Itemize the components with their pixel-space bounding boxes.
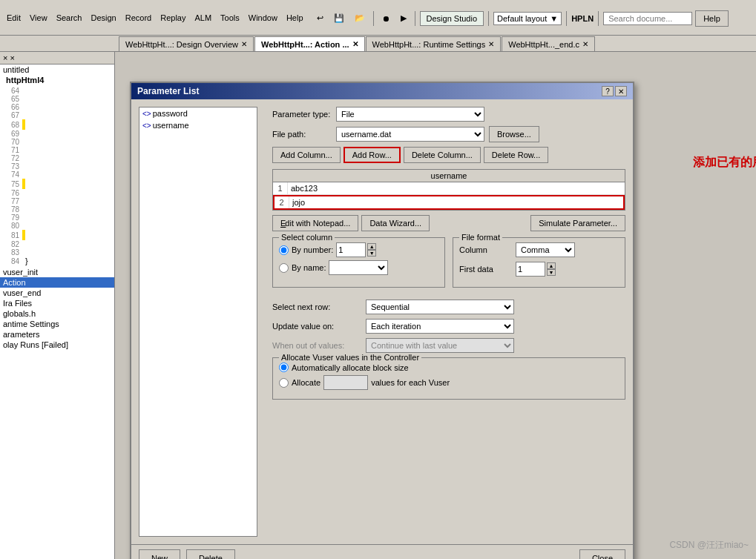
by-number-row: By number: ▲ ▼ [279,242,438,257]
tab-close-0[interactable]: ✕ [241,40,247,48]
dialog-close-btn[interactable]: ✕ [615,86,627,96]
select-next-row-select[interactable]: Sequential [366,300,514,314]
when-out-label: When out of values: [272,341,361,350]
new-btn[interactable]: New [139,549,180,559]
layout-dropdown[interactable]: Default layout ▼ [493,12,562,25]
menu-replay[interactable]: Replay [157,11,189,24]
separator-3 [488,11,489,26]
close-btn[interactable]: Close [579,549,625,559]
file-path-select[interactable]: username.dat [336,127,484,142]
toolbar-open[interactable]: 📂 [351,11,369,25]
menu-help[interactable]: Help [283,11,307,24]
sidebar-item-vuser-init[interactable]: vuser_init [0,267,114,277]
watermark: CSDN @汪汪miao~ [669,539,749,552]
by-name-label: By name: [292,263,326,272]
edit-notepad-btn[interactable]: Edit with Notepad... [272,215,358,231]
menu-design[interactable]: Design [87,11,119,24]
annotation: 添加已有的用户名 [693,155,756,171]
param-item-password[interactable]: <> password [139,108,257,119]
content-area: Parameter List ? ✕ <> password <> [115,52,756,559]
design-studio-btn[interactable]: Design Studio [420,11,484,26]
sidebar-item-vuser-end[interactable]: vuser_end [0,288,114,298]
delete-btn[interactable]: Delete [186,549,235,559]
sidebar-item-action[interactable]: Action [0,277,114,288]
by-name-select[interactable] [329,260,388,275]
tab-close-2[interactable]: ✕ [488,40,494,48]
help-btn[interactable]: Help [695,10,729,27]
menu-tools[interactable]: Tools [217,11,243,24]
delete-row-btn[interactable]: Delete Row... [484,147,548,163]
simulate-btn[interactable]: Simulate Parameter... [530,215,625,231]
sidebar-item-ira-files[interactable]: Ira Files [0,298,114,308]
manual-allocate-input[interactable] [323,375,368,390]
manual-allocate-suffix: values for each Vuser [371,378,450,387]
two-col-section: Select column By number: ▲ ▼ [272,237,625,294]
add-column-btn[interactable]: Add Column... [272,147,341,163]
sidebar-item-parameters[interactable]: arameters [0,329,114,340]
by-number-input[interactable] [336,242,366,257]
browse-btn[interactable]: Browse... [489,126,539,142]
sidebar-item-untitled[interactable]: untitled [0,64,114,75]
menu-record[interactable]: Record [122,11,155,24]
menu-search[interactable]: Search [53,11,86,24]
sidebar-item-runtime-settings[interactable]: antime Settings [0,319,114,329]
tab-close-3[interactable]: ✕ [582,40,588,48]
auto-allocate-label: Automatically allocate block size [292,363,409,372]
table-cell-2-input[interactable] [289,196,623,208]
add-row-btn[interactable]: Add Row... [344,147,401,163]
by-number-down-btn[interactable]: ▼ [367,250,376,257]
param-type-select[interactable]: File [336,107,484,122]
param-list-panel: <> password <> username [139,107,257,537]
sidebar-item-httphtml4[interactable]: httpHtml4 [0,75,114,85]
separator-4 [566,11,567,26]
menu-edit[interactable]: Edit [3,11,24,24]
menu-view[interactable]: View [26,11,51,24]
tab-1[interactable]: WebHttpHt...: Action ... ✕ [254,36,365,51]
menu-window[interactable]: Window [245,11,281,24]
sidebar-item-globals[interactable]: globals.h [0,308,114,319]
table-row-1[interactable]: 1 abc123 [273,182,625,195]
param-item-username[interactable]: <> username [139,119,257,131]
toolbar-record[interactable]: ⏺ [378,12,394,25]
first-data-label: First data [459,265,511,274]
param-type-label: Parameter type: [272,110,332,119]
menu-alm[interactable]: ALM [191,11,215,24]
sidebar-item-replay-runs[interactable]: olay Runs [Failed] [0,340,114,350]
delete-column-btn[interactable]: Delete Column... [404,147,481,163]
first-data-input[interactable] [516,262,545,277]
data-wizard-btn[interactable]: Data Wizard... [361,215,430,231]
by-number-radio[interactable] [279,245,289,255]
tab-close-1[interactable]: ✕ [352,40,358,48]
first-data-down-btn[interactable]: ▼ [547,269,556,276]
table-cell-1[interactable]: abc123 [288,182,625,194]
toolbar-play[interactable]: ▶ [397,11,410,25]
tab-bar: WebHttpHt...: Design Overview ✕ WebHttpH… [0,36,756,52]
tool-btn-row: Edit with Notepad... Data Wizard... Simu… [272,215,625,231]
by-number-up-btn[interactable]: ▲ [367,243,376,250]
column-format-label: Column [459,245,511,254]
by-name-row: By name: [279,260,438,275]
first-data-up-btn[interactable]: ▲ [547,262,556,269]
auto-allocate-radio[interactable] [279,363,289,372]
dialog-help-btn[interactable]: ? [602,86,614,96]
manual-allocate-row: Allocate values for each Vuser [279,375,619,390]
toolbar-save[interactable]: 💾 [330,11,348,25]
update-value-select[interactable]: Each iteration [366,319,514,334]
code-line-65: 65 [0,95,114,103]
sidebar-header: × × [0,52,114,64]
tab-0[interactable]: WebHttpHt...: Design Overview ✕ [119,36,254,51]
table-row-2[interactable]: 2 [273,195,625,210]
sidebar: × × untitled httpHtml4 64 65 66 67 68 [0,52,115,559]
column-format-select[interactable]: Comma [516,242,575,257]
tab-2[interactable]: WebHttpHt...: Runtime Settings ✕ [366,36,502,51]
code-line-81: 81 [0,230,114,240]
code-line-77: 77 [0,197,114,205]
tab-3[interactable]: WebHttpHt..._end.c ✕ [502,36,595,51]
by-name-radio[interactable] [279,263,289,273]
dialog-title: Parameter List [137,86,199,96]
when-out-row: When out of values: Continue with last v… [272,338,625,353]
toolbar-undo[interactable]: ↩ [313,11,327,25]
help-search-input[interactable] [603,12,692,25]
manual-allocate-radio[interactable] [279,378,289,388]
when-out-select[interactable]: Continue with last value [366,338,514,353]
